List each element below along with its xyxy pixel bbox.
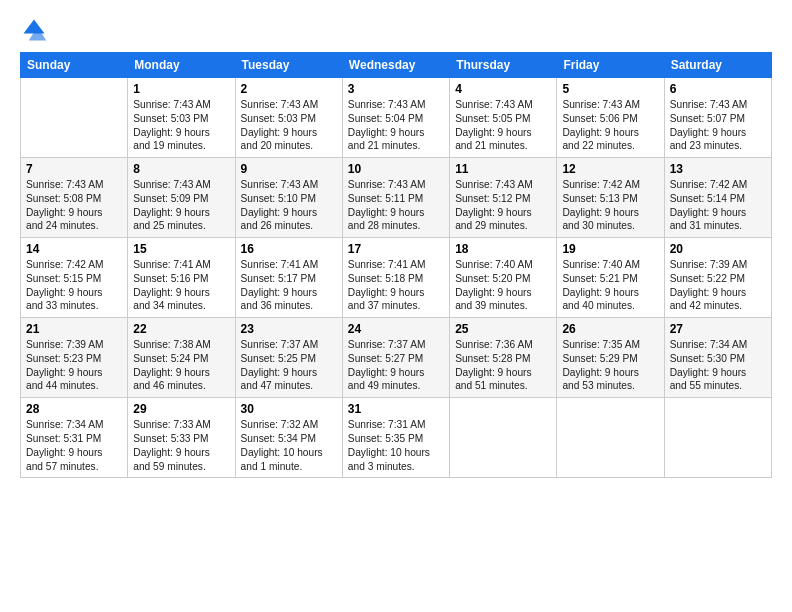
day-info: Sunrise: 7:43 AM Sunset: 5:12 PM Dayligh… [455, 178, 551, 233]
day-cell: 19Sunrise: 7:40 AM Sunset: 5:21 PM Dayli… [557, 238, 664, 318]
day-cell: 8Sunrise: 7:43 AM Sunset: 5:09 PM Daylig… [128, 158, 235, 238]
day-info: Sunrise: 7:33 AM Sunset: 5:33 PM Dayligh… [133, 418, 229, 473]
day-number: 6 [670, 82, 766, 96]
day-cell: 28Sunrise: 7:34 AM Sunset: 5:31 PM Dayli… [21, 398, 128, 478]
day-info: Sunrise: 7:43 AM Sunset: 5:04 PM Dayligh… [348, 98, 444, 153]
col-header-sunday: Sunday [21, 53, 128, 78]
day-number: 8 [133, 162, 229, 176]
day-info: Sunrise: 7:42 AM Sunset: 5:13 PM Dayligh… [562, 178, 658, 233]
day-cell: 4Sunrise: 7:43 AM Sunset: 5:05 PM Daylig… [450, 78, 557, 158]
day-cell: 7Sunrise: 7:43 AM Sunset: 5:08 PM Daylig… [21, 158, 128, 238]
col-header-saturday: Saturday [664, 53, 771, 78]
day-info: Sunrise: 7:40 AM Sunset: 5:20 PM Dayligh… [455, 258, 551, 313]
day-cell: 12Sunrise: 7:42 AM Sunset: 5:13 PM Dayli… [557, 158, 664, 238]
day-number: 9 [241, 162, 337, 176]
day-cell: 2Sunrise: 7:43 AM Sunset: 5:03 PM Daylig… [235, 78, 342, 158]
day-info: Sunrise: 7:43 AM Sunset: 5:11 PM Dayligh… [348, 178, 444, 233]
day-cell: 13Sunrise: 7:42 AM Sunset: 5:14 PM Dayli… [664, 158, 771, 238]
day-number: 22 [133, 322, 229, 336]
day-number: 1 [133, 82, 229, 96]
day-cell: 31Sunrise: 7:31 AM Sunset: 5:35 PM Dayli… [342, 398, 449, 478]
day-cell: 24Sunrise: 7:37 AM Sunset: 5:27 PM Dayli… [342, 318, 449, 398]
day-info: Sunrise: 7:43 AM Sunset: 5:07 PM Dayligh… [670, 98, 766, 153]
day-cell: 15Sunrise: 7:41 AM Sunset: 5:16 PM Dayli… [128, 238, 235, 318]
day-info: Sunrise: 7:31 AM Sunset: 5:35 PM Dayligh… [348, 418, 444, 473]
day-info: Sunrise: 7:43 AM Sunset: 5:08 PM Dayligh… [26, 178, 122, 233]
day-cell: 9Sunrise: 7:43 AM Sunset: 5:10 PM Daylig… [235, 158, 342, 238]
day-info: Sunrise: 7:39 AM Sunset: 5:22 PM Dayligh… [670, 258, 766, 313]
logo-icon [20, 16, 48, 44]
col-header-tuesday: Tuesday [235, 53, 342, 78]
day-info: Sunrise: 7:41 AM Sunset: 5:18 PM Dayligh… [348, 258, 444, 313]
day-info: Sunrise: 7:41 AM Sunset: 5:16 PM Dayligh… [133, 258, 229, 313]
day-cell: 21Sunrise: 7:39 AM Sunset: 5:23 PM Dayli… [21, 318, 128, 398]
day-number: 23 [241, 322, 337, 336]
day-info: Sunrise: 7:37 AM Sunset: 5:27 PM Dayligh… [348, 338, 444, 393]
day-cell [450, 398, 557, 478]
day-number: 19 [562, 242, 658, 256]
day-info: Sunrise: 7:38 AM Sunset: 5:24 PM Dayligh… [133, 338, 229, 393]
day-info: Sunrise: 7:43 AM Sunset: 5:10 PM Dayligh… [241, 178, 337, 233]
day-cell: 11Sunrise: 7:43 AM Sunset: 5:12 PM Dayli… [450, 158, 557, 238]
day-info: Sunrise: 7:35 AM Sunset: 5:29 PM Dayligh… [562, 338, 658, 393]
col-header-thursday: Thursday [450, 53, 557, 78]
day-cell: 22Sunrise: 7:38 AM Sunset: 5:24 PM Dayli… [128, 318, 235, 398]
week-row-2: 7Sunrise: 7:43 AM Sunset: 5:08 PM Daylig… [21, 158, 772, 238]
day-number: 2 [241, 82, 337, 96]
day-number: 26 [562, 322, 658, 336]
day-cell [557, 398, 664, 478]
day-info: Sunrise: 7:39 AM Sunset: 5:23 PM Dayligh… [26, 338, 122, 393]
day-number: 30 [241, 402, 337, 416]
day-info: Sunrise: 7:42 AM Sunset: 5:14 PM Dayligh… [670, 178, 766, 233]
day-cell [21, 78, 128, 158]
day-cell: 20Sunrise: 7:39 AM Sunset: 5:22 PM Dayli… [664, 238, 771, 318]
col-header-friday: Friday [557, 53, 664, 78]
day-number: 28 [26, 402, 122, 416]
day-info: Sunrise: 7:32 AM Sunset: 5:34 PM Dayligh… [241, 418, 337, 473]
week-row-1: 1Sunrise: 7:43 AM Sunset: 5:03 PM Daylig… [21, 78, 772, 158]
page: SundayMondayTuesdayWednesdayThursdayFrid… [0, 0, 792, 488]
day-info: Sunrise: 7:41 AM Sunset: 5:17 PM Dayligh… [241, 258, 337, 313]
day-number: 29 [133, 402, 229, 416]
day-cell: 29Sunrise: 7:33 AM Sunset: 5:33 PM Dayli… [128, 398, 235, 478]
day-number: 20 [670, 242, 766, 256]
day-info: Sunrise: 7:34 AM Sunset: 5:31 PM Dayligh… [26, 418, 122, 473]
day-number: 3 [348, 82, 444, 96]
day-info: Sunrise: 7:43 AM Sunset: 5:06 PM Dayligh… [562, 98, 658, 153]
day-number: 11 [455, 162, 551, 176]
day-number: 25 [455, 322, 551, 336]
day-cell: 1Sunrise: 7:43 AM Sunset: 5:03 PM Daylig… [128, 78, 235, 158]
day-number: 17 [348, 242, 444, 256]
day-number: 24 [348, 322, 444, 336]
day-number: 21 [26, 322, 122, 336]
day-cell: 27Sunrise: 7:34 AM Sunset: 5:30 PM Dayli… [664, 318, 771, 398]
day-info: Sunrise: 7:37 AM Sunset: 5:25 PM Dayligh… [241, 338, 337, 393]
day-info: Sunrise: 7:36 AM Sunset: 5:28 PM Dayligh… [455, 338, 551, 393]
day-number: 15 [133, 242, 229, 256]
day-cell: 16Sunrise: 7:41 AM Sunset: 5:17 PM Dayli… [235, 238, 342, 318]
day-info: Sunrise: 7:43 AM Sunset: 5:09 PM Dayligh… [133, 178, 229, 233]
day-number: 5 [562, 82, 658, 96]
day-number: 4 [455, 82, 551, 96]
day-cell: 18Sunrise: 7:40 AM Sunset: 5:20 PM Dayli… [450, 238, 557, 318]
week-row-3: 14Sunrise: 7:42 AM Sunset: 5:15 PM Dayli… [21, 238, 772, 318]
day-cell: 5Sunrise: 7:43 AM Sunset: 5:06 PM Daylig… [557, 78, 664, 158]
day-cell: 3Sunrise: 7:43 AM Sunset: 5:04 PM Daylig… [342, 78, 449, 158]
day-cell: 25Sunrise: 7:36 AM Sunset: 5:28 PM Dayli… [450, 318, 557, 398]
header-row: SundayMondayTuesdayWednesdayThursdayFrid… [21, 53, 772, 78]
day-info: Sunrise: 7:43 AM Sunset: 5:05 PM Dayligh… [455, 98, 551, 153]
day-number: 27 [670, 322, 766, 336]
day-cell: 23Sunrise: 7:37 AM Sunset: 5:25 PM Dayli… [235, 318, 342, 398]
day-number: 18 [455, 242, 551, 256]
day-info: Sunrise: 7:40 AM Sunset: 5:21 PM Dayligh… [562, 258, 658, 313]
calendar-table: SundayMondayTuesdayWednesdayThursdayFrid… [20, 52, 772, 478]
day-info: Sunrise: 7:43 AM Sunset: 5:03 PM Dayligh… [133, 98, 229, 153]
day-number: 13 [670, 162, 766, 176]
day-number: 7 [26, 162, 122, 176]
week-row-5: 28Sunrise: 7:34 AM Sunset: 5:31 PM Dayli… [21, 398, 772, 478]
day-info: Sunrise: 7:42 AM Sunset: 5:15 PM Dayligh… [26, 258, 122, 313]
col-header-wednesday: Wednesday [342, 53, 449, 78]
day-cell: 17Sunrise: 7:41 AM Sunset: 5:18 PM Dayli… [342, 238, 449, 318]
day-cell: 6Sunrise: 7:43 AM Sunset: 5:07 PM Daylig… [664, 78, 771, 158]
day-cell: 14Sunrise: 7:42 AM Sunset: 5:15 PM Dayli… [21, 238, 128, 318]
